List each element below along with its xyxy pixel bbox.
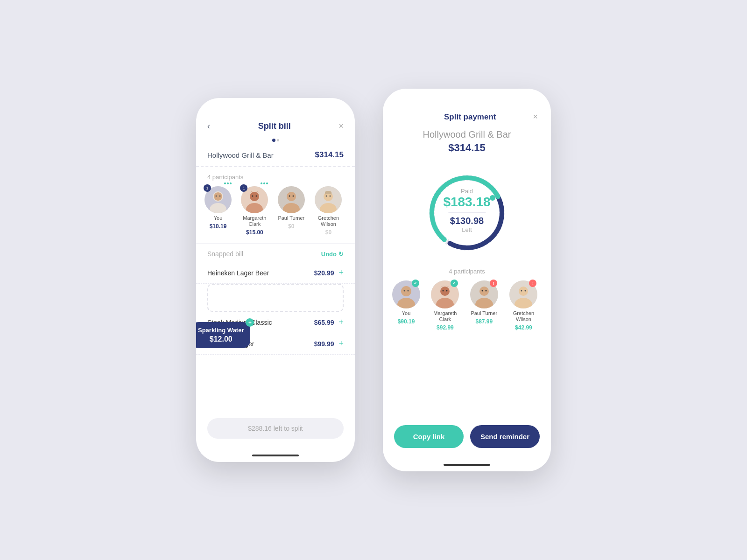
svg-point-36: [479, 287, 489, 296]
right-participant-gretchen-amount: $42.99: [515, 324, 532, 331]
right-participants-row: ✓ You $90.19: [383, 280, 551, 337]
right-avatar-paul-wrap: !: [470, 280, 498, 308]
svg-point-10: [256, 196, 257, 197]
participant-you-dots: [224, 182, 232, 184]
participant-paul[interactable]: Paul Turner $0: [278, 186, 305, 236]
donut-divider: [448, 212, 486, 213]
participant-paul-amount: $0: [288, 223, 294, 230]
right-close-button[interactable]: ×: [533, 112, 538, 122]
bill-item-0-price: $20.99: [314, 269, 334, 277]
bill-item-0-right: $20.99 +: [314, 268, 344, 278]
right-phone-content: Split payment × Hollywood Grill & Bar $3…: [383, 89, 551, 471]
participant-paul-name: Paul Turner: [278, 215, 304, 221]
svg-point-5: [219, 196, 221, 197]
right-participant-gretchen[interactable]: ! Gretchen Wilson $42.99: [506, 280, 542, 331]
svg-point-39: [485, 290, 486, 292]
right-participant-you-amount: $90.19: [398, 318, 415, 325]
participants-label: 4 participants: [196, 167, 355, 186]
donut-chart-container: Paid $183.18 $130.98 Left: [383, 157, 551, 264]
right-margareth-status: ✓: [451, 280, 458, 287]
donut-paid-amount: $183.18: [443, 195, 490, 210]
undo-icon: ↻: [338, 251, 344, 258]
right-participant-paul-amount: $87.99: [475, 318, 493, 325]
participant-gretchen-avatar-wrap: [315, 186, 342, 213]
participant-gretchen-name: Gretchen Wilson: [310, 215, 346, 227]
donut-inner: Paid $183.18 $130.98 Left: [443, 188, 490, 233]
bill-item-1-price: $65.99: [314, 319, 334, 326]
step-dot-1: [272, 139, 275, 142]
step-dot-2: [277, 139, 279, 141]
copy-link-button[interactable]: Copy link: [394, 425, 464, 448]
participant-you-amount: $10.19: [210, 223, 227, 230]
right-home-bar: [444, 464, 490, 466]
svg-point-31: [440, 287, 450, 296]
left-close-button[interactable]: ×: [338, 121, 344, 131]
svg-point-38: [481, 290, 483, 292]
right-participant-margareth-amount: $92.99: [437, 324, 454, 331]
right-gretchen-status: !: [529, 280, 536, 287]
svg-point-4: [216, 196, 217, 197]
participant-you-name: You: [214, 215, 223, 221]
right-participant-paul[interactable]: ! Paul Turner $87.99: [470, 280, 498, 331]
svg-point-7: [250, 192, 259, 201]
floating-item-price: $12.00: [198, 335, 244, 343]
svg-point-9: [252, 196, 254, 197]
phones-container: + Sparkling Water $12.00 ‹ Split bill × …: [196, 89, 551, 471]
right-participant-margareth[interactable]: ✓ Margareth Clark $92.99: [428, 280, 463, 331]
restaurant-amount: $314.15: [315, 150, 344, 160]
svg-point-12: [287, 192, 296, 201]
phone-notch-right: [439, 89, 495, 102]
svg-point-14: [289, 196, 290, 197]
undo-label: Undo: [321, 251, 337, 258]
participant-margareth-name: Margareth Clark: [237, 215, 272, 227]
phone-right: Split payment × Hollywood Grill & Bar $3…: [383, 89, 551, 471]
participant-paul-avatar: [278, 186, 305, 213]
svg-point-28: [404, 290, 405, 292]
bill-item-1-add[interactable]: +: [338, 317, 344, 327]
bill-item-0-add[interactable]: +: [338, 268, 344, 278]
participant-gretchen[interactable]: Gretchen Wilson $0: [310, 186, 346, 236]
right-participants-label: 4 participants: [383, 264, 551, 280]
right-paul-status: !: [490, 280, 497, 287]
snapped-label: Snapped bill: [207, 250, 243, 258]
right-header: Split payment ×: [383, 107, 551, 129]
left-screen-title: Split bill: [258, 121, 291, 131]
right-avatar-margareth-wrap: ✓: [431, 280, 459, 308]
donut-left-amount: $130.98: [443, 216, 490, 226]
back-button[interactable]: ‹: [207, 121, 210, 131]
right-participant-paul-name: Paul Turner: [471, 310, 497, 316]
left-phone-content: ‹ Split bill × Hollywood Grill & Bar $31…: [196, 98, 355, 462]
donut-paid-label: Paid: [443, 188, 490, 195]
right-restaurant-amount: $314.15: [396, 142, 538, 154]
participant-margareth[interactable]: 1 Margareth Clark $15.00: [237, 186, 272, 236]
right-participant-you-name: You: [402, 310, 411, 316]
bill-item-0: Heineken Lager Beer $20.99 +: [196, 262, 355, 284]
bill-item-2-add[interactable]: +: [338, 339, 344, 349]
right-participant-gretchen-name: Gretchen Wilson: [506, 310, 542, 322]
svg-point-15: [292, 196, 294, 197]
right-avatar-gretchen-wrap: !: [509, 280, 537, 308]
participant-margareth-avatar-wrap: 1: [241, 186, 268, 213]
restaurant-name: Hollywood Grill & Bar: [207, 151, 274, 159]
right-participant-margareth-name: Margareth Clark: [428, 310, 463, 322]
step-dots: [196, 137, 355, 146]
floating-item-name: Sparkling Water: [198, 327, 244, 334]
participant-gretchen-avatar: [315, 186, 342, 213]
participant-you-avatar-wrap: 1: [204, 186, 232, 213]
undo-button[interactable]: Undo ↻: [321, 251, 344, 258]
participant-margareth-dots: [261, 182, 268, 184]
participant-you[interactable]: 1 You $10.19: [204, 186, 232, 236]
send-reminder-button[interactable]: Send reminder: [470, 425, 540, 448]
participants-row: 1 You $10.19: [196, 186, 355, 244]
svg-point-41: [519, 287, 528, 296]
svg-point-44: [525, 290, 526, 292]
phone-left: + Sparkling Water $12.00 ‹ Split bill × …: [196, 98, 355, 462]
svg-point-43: [521, 290, 522, 292]
svg-point-3: [214, 192, 222, 201]
right-restaurant-name: Hollywood Grill & Bar: [396, 129, 538, 140]
svg-point-26: [401, 286, 411, 296]
right-participant-you[interactable]: ✓ You $90.19: [392, 280, 420, 331]
snapped-header: Snapped bill Undo ↻: [196, 244, 355, 262]
right-you-status: ✓: [412, 280, 419, 287]
participant-gretchen-amount: $0: [325, 229, 331, 236]
